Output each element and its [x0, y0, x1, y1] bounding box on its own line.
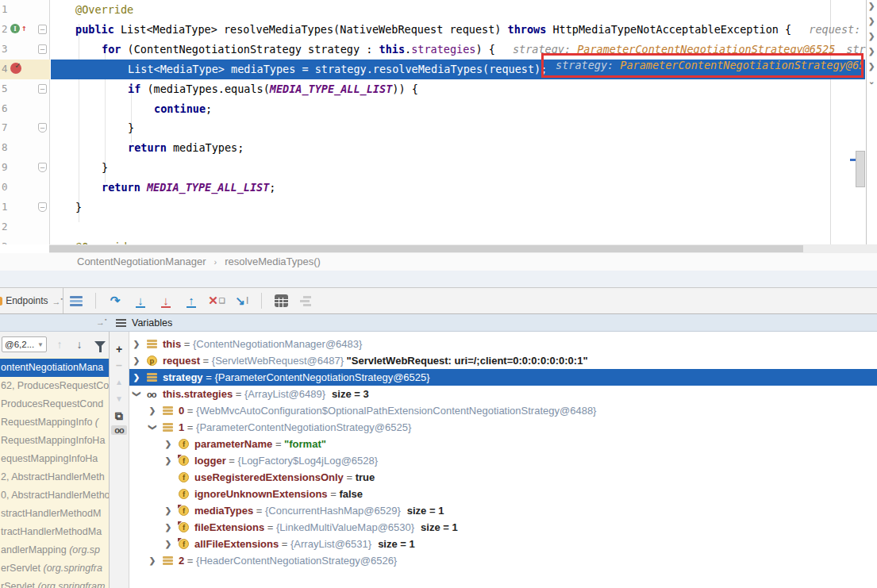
frames-pin-icon[interactable]: →▪ — [96, 317, 106, 327]
stack-frame-row[interactable]: erServlet (org.springfra — [0, 559, 109, 578]
hscroll-thumb[interactable] — [49, 245, 803, 252]
editor-right-strip[interactable]: ❯❯❯❯❯⌄ — [866, 0, 877, 253]
code-segment: List<MediaType> mediaTypes = strategy.re… — [128, 63, 547, 75]
final-field-icon: f — [179, 505, 189, 516]
tree-chevron-icon[interactable]: ❯ — [133, 336, 140, 352]
run-to-cursor-icon[interactable]: ↘I — [234, 293, 250, 309]
tree-chevron-icon[interactable]: ❯ — [164, 502, 172, 519]
variable-row[interactable]: ❯prequest = {ServletWebRequest@6487} "Se… — [129, 352, 877, 369]
stack-frame-row[interactable]: 62, ProducesRequestCo — [0, 377, 109, 395]
variable-row[interactable]: ❯fmediaTypes = {ConcurrentHashMap@6529}s… — [129, 502, 877, 519]
fold-marker-icon[interactable]: – — [38, 163, 47, 172]
variable-name: parameterName — [194, 438, 272, 450]
variable-row[interactable]: ❯0 = {WebMvcAutoConfiguration$OptionalPa… — [129, 402, 877, 419]
drop-frame-icon[interactable]: ✕❏ — [209, 293, 225, 309]
stack-frame-row[interactable]: rServlet (org.springfram — [0, 578, 109, 588]
move-up-icon[interactable]: ▲ — [110, 378, 129, 386]
variable-row[interactable]: fuseRegisteredExtensionsOnly = true — [129, 469, 877, 486]
expand-chevron-icon[interactable]: ❯ — [868, 17, 875, 25]
tree-chevron-icon[interactable]: ❯ — [148, 552, 156, 569]
variable-row[interactable]: ❯fallFileExtensions = {ArrayList@6531}si… — [129, 536, 877, 552]
tree-chevron-icon[interactable]: ❯ — [133, 369, 140, 386]
editor-vertical-scrollbar[interactable] — [856, 151, 865, 187]
threads-menu-icon[interactable] — [68, 293, 84, 309]
stack-frame-row[interactable]: equestMappingInfoHa — [0, 450, 109, 468]
tree-chevron-icon[interactable]: ❯ — [133, 352, 140, 369]
expand-chevron-icon[interactable]: ⌄ — [868, 77, 875, 86]
fold-marker-icon[interactable]: – — [38, 202, 47, 212]
variable-row[interactable]: fignoreUnknownExtensions = false — [129, 486, 877, 502]
variable-row[interactable]: ❯flogger = {LogFactory$Log4jLog@6528} — [129, 452, 877, 469]
expand-chevron-icon[interactable]: ❯ — [868, 62, 875, 71]
force-step-into-icon[interactable]: ↓ — [158, 293, 174, 309]
editor-horizontal-scrollbar[interactable] — [49, 244, 877, 253]
step-into-icon[interactable]: ↓ — [133, 293, 148, 309]
stack-frame-row[interactable]: tractHandlerMethodMa — [0, 523, 109, 541]
stack-frame-row[interactable]: ontentNegotiationMana — [0, 359, 109, 377]
stack-frame-row[interactable]: RequestMappingInfoHa — [0, 432, 109, 450]
code-text: } — [75, 198, 82, 217]
filter-funnel-icon[interactable] — [94, 341, 106, 348]
tree-chevron-icon[interactable]: ❯ — [144, 424, 161, 432]
variable-text: 0 = {WebMvcAutoConfiguration$OptionalPat… — [179, 402, 596, 419]
evaluate-expression-icon[interactable] — [273, 293, 289, 309]
variable-row[interactable]: ❯ffileExtensions = {LinkedMultiValueMap@… — [129, 519, 877, 536]
variables-menu-icon[interactable] — [116, 319, 126, 327]
line-number: 8 — [2, 141, 8, 153]
variable-row[interactable]: ❯strategy = {ParameterContentNegotiation… — [129, 369, 877, 386]
frame-up-icon[interactable]: ↑ — [52, 338, 67, 351]
editor-gutter[interactable]: 12–I↑3–4✓5–67–89–01–23 — [0, 0, 50, 244]
expand-chevron-icon[interactable]: ❯ — [868, 47, 875, 56]
variable-row[interactable]: ❯fparameterName = "format" — [129, 436, 877, 452]
stack-frame-row[interactable]: ProducesRequestCond — [0, 395, 109, 413]
stack-frame-row[interactable]: 0, AbstractHandlerMetho — [0, 486, 109, 505]
show-watches-icon[interactable]: oo — [111, 425, 127, 435]
code-editor[interactable]: @Overridepublic List<MediaType> resolveM… — [0, 0, 877, 244]
stack-frame-row[interactable]: andlerMapping (org.sp — [0, 541, 109, 559]
tree-chevron-icon[interactable]: ❯ — [164, 536, 172, 552]
frames-list[interactable]: ontentNegotiationMana62, ProducesRequest… — [0, 357, 109, 588]
breadcrumb-class[interactable]: ContentNegotiationManager — [77, 256, 206, 267]
fold-marker-icon[interactable]: – — [38, 123, 47, 133]
remove-watch-icon[interactable]: – — [110, 359, 129, 371]
variable-name: ignoreUnknownExtensions — [194, 488, 328, 500]
tree-chevron-icon[interactable]: ❯ — [164, 436, 172, 452]
tree-chevron-icon[interactable]: ❯ — [164, 519, 172, 536]
thread-selector-combo[interactable]: @6,2... ▼ — [2, 336, 47, 352]
step-over-icon[interactable]: ↷ — [107, 293, 123, 309]
breadcrumb: ContentNegotiationManager›resolveMediaTy… — [0, 253, 877, 271]
step-out-icon[interactable]: ↑ — [183, 293, 199, 309]
line-number: 7 — [2, 121, 8, 133]
code-text: @Override — [75, 0, 133, 20]
code-segment: (mediaTypes.equals( — [147, 83, 269, 95]
variable-row[interactable]: ❯1 = {ParameterContentNegotiationStrateg… — [129, 419, 877, 436]
frame-down-icon[interactable]: ↓ — [72, 338, 87, 351]
duplicate-icon[interactable]: ⧉ — [110, 409, 129, 423]
tree-chevron-icon[interactable]: ❯ — [148, 402, 156, 419]
tree-chevron-icon[interactable]: ❯ — [164, 452, 172, 469]
breadcrumb-method[interactable]: resolveMediaTypes() — [225, 256, 321, 267]
equals-sign: = — [184, 555, 196, 567]
equals-sign: = — [184, 405, 196, 417]
fold-marker-icon[interactable]: – — [38, 44, 47, 54]
expand-chevron-icon[interactable]: ❯ — [868, 2, 875, 10]
variable-row[interactable]: ❯2 = {HeaderContentNegotiationStrategy@6… — [129, 552, 877, 569]
code-line: continue; — [0, 99, 877, 119]
add-watch-icon[interactable]: + — [110, 343, 129, 355]
tree-chevron-icon[interactable]: ❯ — [129, 390, 145, 398]
fold-marker-icon[interactable]: – — [38, 25, 47, 34]
tab-endpoints[interactable]: Endpoints →▪ — [0, 288, 63, 313]
code-segment: return — [128, 141, 173, 154]
frame-text: stractHandlerMethodM — [1, 508, 101, 519]
move-down-icon[interactable]: ▼ — [110, 394, 129, 403]
stack-frame-row[interactable]: 2, AbstractHandlerMeth — [0, 468, 109, 486]
fold-marker-icon[interactable]: – — [38, 84, 47, 94]
stream-chain-icon[interactable] — [298, 293, 314, 309]
variable-row[interactable]: ❯this = {ContentNegotiationManager@6483} — [129, 336, 877, 352]
override-marker-icon[interactable]: I — [10, 24, 20, 33]
variable-row[interactable]: ❯oothis.strategies = {ArrayList@6489}siz… — [129, 386, 877, 402]
expand-chevron-icon[interactable]: ❯ — [868, 32, 875, 40]
variables-tree[interactable]: ❯this = {ContentNegotiationManager@6483}… — [129, 332, 877, 588]
stack-frame-row[interactable]: stractHandlerMethodM — [0, 505, 109, 523]
stack-frame-row[interactable]: RequestMappingInfo ( — [0, 413, 109, 432]
